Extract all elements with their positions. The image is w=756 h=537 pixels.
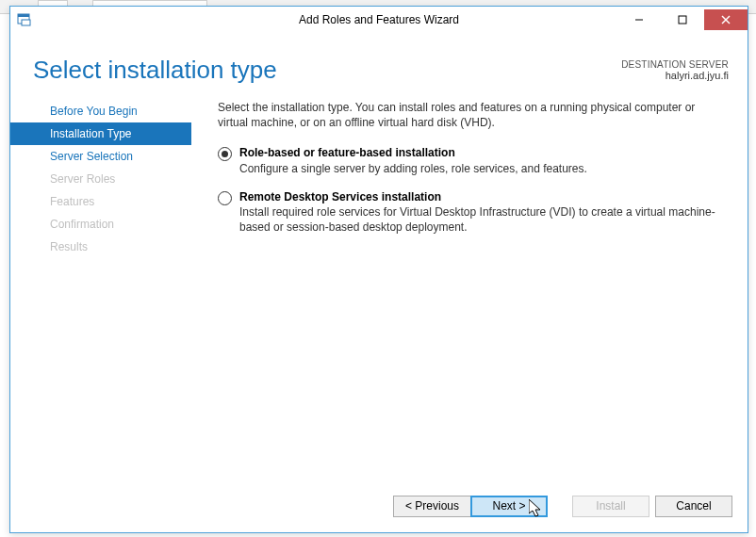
option-desc: Install required role services for Virtu…	[239, 204, 727, 235]
step-results: Results	[31, 236, 191, 258]
svg-rect-4	[679, 16, 686, 24]
app-icon	[14, 9, 35, 30]
footer: < Previous Next > Install Cancel	[10, 479, 748, 532]
step-server-roles: Server Roles	[31, 168, 191, 190]
maximize-button[interactable]	[661, 9, 704, 30]
destination-server: DESTINATION SERVER halyri.ad.jyu.fi	[621, 56, 729, 81]
step-before-you-begin[interactable]: Before You Begin	[31, 100, 191, 122]
titlebar: Add Roles and Features Wizard	[10, 7, 748, 33]
window-buttons	[617, 9, 748, 30]
svg-rect-1	[18, 14, 29, 17]
radio-icon[interactable]	[218, 191, 232, 205]
svg-rect-2	[22, 20, 30, 25]
install-button: Install	[572, 496, 649, 517]
next-button[interactable]: Next >	[470, 496, 548, 517]
option-desc: Configure a single server by adding role…	[239, 161, 727, 176]
option-title: Remote Desktop Services installation	[239, 189, 727, 204]
option-title: Role-based or feature-based installation	[239, 145, 727, 160]
destination-value: halyri.ad.jyu.fi	[621, 70, 729, 81]
destination-label: DESTINATION SERVER	[621, 59, 729, 70]
step-installation-type[interactable]: Installation Type	[10, 122, 191, 145]
cancel-button[interactable]: Cancel	[655, 496, 732, 517]
main-content: Select the installation type. You can in…	[191, 100, 744, 479]
minimize-button[interactable]	[617, 9, 661, 30]
step-server-selection[interactable]: Server Selection	[31, 145, 191, 168]
previous-button[interactable]: < Previous	[393, 496, 470, 517]
option-remote-desktop[interactable]: Remote Desktop Services installation Ins…	[218, 189, 727, 236]
page-title: Select installation type	[33, 56, 277, 85]
intro-text: Select the installation type. You can in…	[218, 100, 727, 130]
wizard-steps: Before You Begin Installation Type Serve…	[33, 100, 191, 479]
option-role-based[interactable]: Role-based or feature-based installation…	[218, 145, 727, 175]
step-features: Features	[31, 190, 191, 213]
wizard-window: Add Roles and Features Wizard Select ins…	[9, 6, 748, 533]
step-confirmation: Confirmation	[31, 213, 191, 236]
radio-icon[interactable]	[218, 147, 232, 161]
close-button[interactable]	[704, 9, 748, 30]
